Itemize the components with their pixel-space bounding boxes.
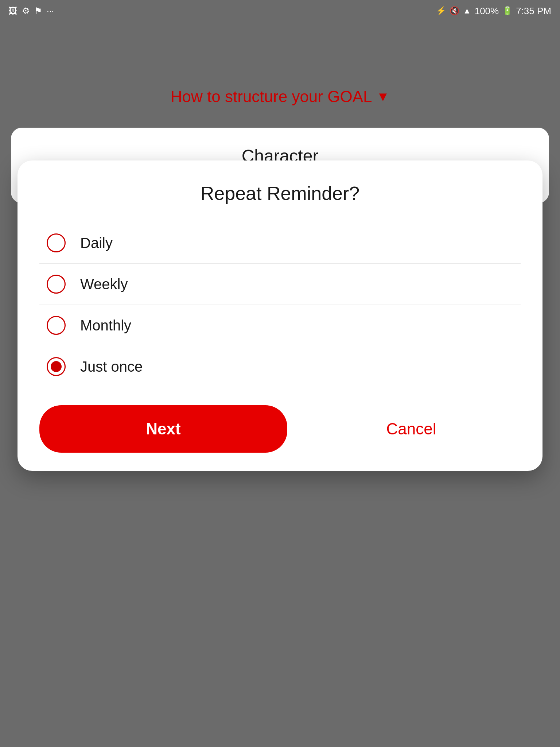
next-button[interactable]: Next	[39, 405, 287, 453]
bluetooth-icon: ⚡	[436, 6, 446, 16]
radio-option-weekly[interactable]: Weekly	[39, 264, 521, 305]
radio-group: Daily Weekly Monthly Just once	[39, 222, 521, 387]
mute-icon: 🔇	[450, 6, 459, 16]
modal-title: Repeat Reminder?	[39, 182, 521, 204]
photo-icon: 🖼	[9, 6, 18, 16]
radio-label-weekly: Weekly	[80, 276, 128, 293]
radio-circle-daily	[47, 233, 66, 252]
more-icon: ···	[47, 6, 54, 16]
modal-dialog: Repeat Reminder? Daily Weekly Monthly	[18, 160, 542, 471]
wifi-icon: ▲	[463, 6, 471, 16]
background-content: How to structure your GOAL ▼ Character 2…	[0, 22, 560, 747]
settings-icon: ⚙	[22, 6, 30, 16]
status-bar: 🖼 ⚙ ⚑ ··· ⚡ 🔇 ▲ 100% 🔋 7:35 PM	[0, 0, 560, 22]
clock: 7:35 PM	[516, 5, 551, 17]
battery-percentage: 100%	[475, 5, 499, 17]
button-row: Next Cancel	[39, 405, 521, 453]
status-bar-right: ⚡ 🔇 ▲ 100% 🔋 7:35 PM	[436, 5, 551, 17]
radio-label-just-once: Just once	[80, 359, 143, 375]
battery-icon: 🔋	[502, 6, 512, 16]
radio-circle-just-once	[47, 357, 66, 376]
radio-label-daily: Daily	[80, 235, 113, 251]
cancel-button[interactable]: Cancel	[302, 420, 521, 438]
radio-option-just-once[interactable]: Just once	[39, 346, 521, 387]
flag-icon: ⚑	[34, 6, 42, 16]
status-bar-left: 🖼 ⚙ ⚑ ···	[9, 6, 54, 16]
modal-overlay: Repeat Reminder? Daily Weekly Monthly	[0, 22, 560, 747]
radio-option-daily[interactable]: Daily	[39, 222, 521, 264]
radio-label-monthly: Monthly	[80, 317, 131, 334]
radio-circle-weekly	[47, 275, 66, 294]
radio-option-monthly[interactable]: Monthly	[39, 305, 521, 346]
radio-circle-monthly	[47, 316, 66, 335]
